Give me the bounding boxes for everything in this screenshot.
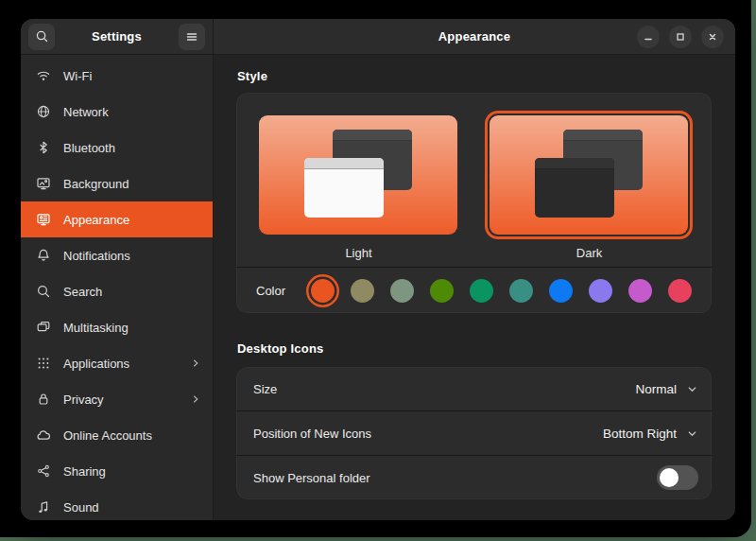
sidebar-item-bluetooth[interactable]: Bluetooth: [21, 130, 213, 166]
sidebar-headerbar: Settings: [21, 19, 214, 55]
main-headerbar: Appearance: [214, 19, 735, 55]
maximize-button[interactable]: [669, 26, 692, 48]
preview-front-window: [535, 158, 614, 218]
sidebar-item-appearance[interactable]: Appearance: [21, 201, 213, 237]
menu-button[interactable]: [179, 24, 205, 50]
chevron-right-icon: [190, 393, 201, 405]
wifi-icon: [36, 68, 51, 83]
dark-label: Dark: [485, 239, 694, 267]
sidebar-item-online-accounts[interactable]: Online Accounts: [21, 417, 213, 453]
sidebar-item-search[interactable]: Search: [21, 273, 213, 309]
sidebar-item-label: Applications: [63, 357, 129, 371]
light-style-preview[interactable]: [259, 115, 457, 235]
chevron-right-icon: [190, 358, 201, 369]
color-swatch-magenta[interactable]: [628, 279, 652, 303]
cloud-icon: [36, 428, 51, 443]
color-swatch-olive[interactable]: [430, 279, 454, 303]
search-icon: [35, 29, 49, 44]
position-label: Position of New Icons: [253, 427, 371, 441]
toggle-knob: [660, 468, 679, 487]
sidebar-item-wifi[interactable]: Wi-Fi: [21, 58, 213, 94]
bell-icon: [36, 248, 51, 263]
sidebar-item-network[interactable]: Network: [21, 94, 213, 130]
size-label: Size: [253, 382, 277, 396]
color-swatch-purple[interactable]: [589, 279, 612, 303]
close-icon: [707, 31, 718, 43]
color-swatch-orange[interactable]: [311, 279, 335, 303]
show-personal-folder-toggle[interactable]: [657, 465, 698, 490]
accent-color-swatches: [311, 279, 692, 303]
minimize-button[interactable]: [637, 26, 660, 48]
close-button[interactable]: [701, 26, 724, 48]
share-icon: [36, 463, 51, 479]
accent-color-row: Color: [236, 268, 712, 313]
color-swatch-viridian[interactable]: [470, 279, 493, 303]
style-option-light[interactable]: Light: [254, 111, 463, 267]
appearance-panel: Style Light: [214, 55, 735, 520]
sidebar-item-applications[interactable]: Applications: [21, 345, 213, 381]
color-swatch-bark[interactable]: [351, 279, 374, 303]
color-swatch-red[interactable]: [668, 279, 692, 303]
style-previews: Light Dark: [236, 93, 712, 267]
appearance-monitor-icon: [36, 212, 51, 227]
style-option-dark[interactable]: Dark: [485, 111, 694, 267]
sidebar-item-label: Wi-Fi: [63, 69, 92, 83]
search-icon: [36, 284, 51, 299]
sidebar-item-multitasking[interactable]: Multitasking: [21, 309, 213, 345]
maximize-icon: [675, 31, 686, 43]
size-row[interactable]: Size Normal: [236, 367, 712, 410]
sidebar-item-label: Multitasking: [63, 321, 129, 335]
size-value: Normal: [635, 382, 677, 396]
sidebar-item-background[interactable]: Background: [21, 166, 213, 201]
globe-icon: [36, 104, 51, 119]
sidebar-item-label: Online Accounts: [63, 428, 152, 443]
sidebar-item-privacy[interactable]: Privacy: [21, 381, 213, 417]
sidebar-item-sound[interactable]: Sound: [21, 489, 213, 520]
sidebar-item-label: Search: [63, 285, 102, 299]
music-note-icon: [36, 499, 51, 515]
sidebar: Wi-Fi Network Bluetooth: [21, 55, 214, 520]
sidebar-item-sharing[interactable]: Sharing: [21, 453, 213, 489]
sidebar-item-notifications[interactable]: Notifications: [21, 237, 213, 273]
sidebar-item-label: Appearance: [63, 213, 129, 227]
color-row-label: Color: [256, 284, 285, 298]
desktop-icons-heading: Desktop Icons: [237, 341, 712, 356]
position-row[interactable]: Position of New Icons Bottom Right: [236, 410, 712, 455]
search-button[interactable]: [28, 24, 55, 50]
hamburger-menu-icon: [185, 30, 198, 44]
color-swatch-prussian[interactable]: [509, 279, 533, 303]
color-swatch-sage[interactable]: [390, 279, 414, 303]
bluetooth-icon: [36, 140, 51, 155]
sidebar-item-label: Privacy: [63, 393, 104, 407]
style-card: Light Dark Color: [236, 93, 712, 313]
size-dropdown[interactable]: Normal: [635, 382, 698, 396]
settings-window: Settings Appearance: [21, 19, 735, 520]
color-swatch-blue[interactable]: [549, 279, 573, 303]
dark-style-preview[interactable]: [490, 115, 688, 235]
sidebar-item-label: Network: [63, 105, 109, 119]
chevron-down-icon: [686, 383, 698, 395]
show-personal-folder-row[interactable]: Show Personal folder: [236, 455, 712, 499]
chevron-down-icon: [686, 428, 698, 440]
desktop-icons-card: Size Normal Position of New Icons Bottom…: [236, 367, 712, 499]
multitasking-windows-icon: [36, 320, 51, 335]
lock-icon: [36, 392, 51, 407]
preview-front-window: [304, 158, 384, 218]
sidebar-item-label: Notifications: [63, 249, 130, 263]
sidebar-item-label: Sharing: [63, 464, 106, 479]
minimize-icon: [643, 31, 654, 43]
position-dropdown[interactable]: Bottom Right: [603, 427, 698, 441]
light-label: Light: [254, 239, 463, 267]
position-value: Bottom Right: [603, 427, 677, 441]
app-grid-icon: [36, 356, 51, 371]
background-monitor-icon: [36, 176, 51, 191]
show-personal-folder-label: Show Personal folder: [253, 471, 370, 485]
sidebar-item-label: Bluetooth: [63, 141, 115, 155]
style-section-heading: Style: [237, 69, 712, 83]
sidebar-item-label: Background: [63, 177, 129, 191]
sidebar-item-label: Sound: [63, 500, 99, 515]
